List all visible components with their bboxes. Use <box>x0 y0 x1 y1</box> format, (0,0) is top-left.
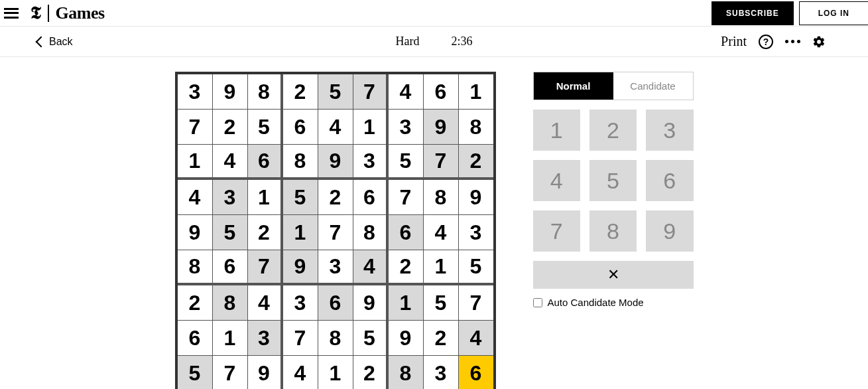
auto-candidate-checkbox[interactable] <box>533 298 542 307</box>
sudoku-cell[interactable]: 6 <box>283 110 318 144</box>
sudoku-cell[interactable]: 2 <box>318 180 353 214</box>
numpad-key-5[interactable]: 5 <box>589 160 637 201</box>
sudoku-cell[interactable]: 5 <box>353 321 388 355</box>
sudoku-cell[interactable]: 3 <box>424 356 458 389</box>
sudoku-cell[interactable]: 6 <box>424 74 458 109</box>
sudoku-cell[interactable]: 9 <box>389 321 423 355</box>
sudoku-cell[interactable]: 1 <box>213 321 247 355</box>
numpad-key-9[interactable]: 9 <box>646 210 693 252</box>
sudoku-cell[interactable]: 6 <box>248 145 282 179</box>
numpad-key-4[interactable]: 4 <box>533 160 580 201</box>
sudoku-cell[interactable]: 6 <box>318 285 353 320</box>
numpad-key-1[interactable]: 1 <box>533 110 580 151</box>
sudoku-cell[interactable]: 2 <box>283 74 318 109</box>
sudoku-cell[interactable]: 7 <box>248 250 282 285</box>
sudoku-cell[interactable]: 8 <box>318 321 353 355</box>
sudoku-cell[interactable]: 2 <box>248 215 282 250</box>
sudoku-cell[interactable]: 6 <box>459 356 493 389</box>
back-button[interactable]: Back <box>37 36 73 48</box>
sudoku-cell[interactable]: 1 <box>424 250 458 285</box>
brand-logo[interactable]: 𝕿 Games <box>31 3 105 23</box>
menu-icon[interactable] <box>4 6 19 21</box>
sudoku-cell[interactable]: 5 <box>389 145 423 179</box>
help-button[interactable]: ? <box>759 35 773 49</box>
erase-button[interactable]: ✕ <box>533 261 694 289</box>
sudoku-cell[interactable]: 4 <box>424 215 458 250</box>
sudoku-cell[interactable]: 7 <box>318 215 353 250</box>
sudoku-cell[interactable]: 1 <box>248 180 282 214</box>
subscribe-button[interactable]: SUBSCRIBE <box>712 1 794 25</box>
sudoku-cell[interactable]: 7 <box>213 356 247 389</box>
sudoku-cell[interactable]: 5 <box>213 215 247 250</box>
login-button[interactable]: LOG IN <box>799 1 868 25</box>
sudoku-cell[interactable]: 9 <box>353 285 388 320</box>
settings-button[interactable] <box>812 35 826 48</box>
sudoku-cell[interactable]: 7 <box>353 74 388 109</box>
sudoku-cell[interactable]: 2 <box>213 110 247 144</box>
more-button[interactable] <box>785 40 800 43</box>
sudoku-cell[interactable]: 6 <box>353 180 388 214</box>
sudoku-cell[interactable]: 3 <box>318 250 353 285</box>
sudoku-cell[interactable]: 4 <box>178 180 212 214</box>
sudoku-cell[interactable]: 2 <box>424 321 458 355</box>
sudoku-cell[interactable]: 8 <box>178 250 212 285</box>
sudoku-cell[interactable]: 9 <box>283 250 318 285</box>
sudoku-cell[interactable]: 5 <box>283 180 318 214</box>
sudoku-cell[interactable]: 7 <box>459 285 493 320</box>
numpad-key-7[interactable]: 7 <box>533 210 580 252</box>
sudoku-cell[interactable]: 3 <box>178 74 212 109</box>
sudoku-cell[interactable]: 6 <box>213 250 247 285</box>
print-button[interactable]: Print <box>721 34 747 49</box>
sudoku-cell[interactable]: 9 <box>213 74 247 109</box>
numpad-key-2[interactable]: 2 <box>589 110 637 151</box>
sudoku-cell[interactable]: 8 <box>248 74 282 109</box>
sudoku-cell[interactable]: 2 <box>178 285 212 320</box>
sudoku-cell[interactable]: 9 <box>459 180 493 214</box>
sudoku-cell[interactable]: 9 <box>248 356 282 389</box>
sudoku-cell[interactable]: 3 <box>283 285 318 320</box>
sudoku-cell[interactable]: 9 <box>424 110 458 144</box>
sudoku-cell[interactable]: 4 <box>459 321 493 355</box>
sudoku-cell[interactable]: 7 <box>283 321 318 355</box>
sudoku-cell[interactable]: 8 <box>459 110 493 144</box>
sudoku-cell[interactable]: 2 <box>389 250 423 285</box>
sudoku-cell[interactable]: 1 <box>283 215 318 250</box>
sudoku-cell[interactable]: 3 <box>389 110 423 144</box>
sudoku-cell[interactable]: 4 <box>353 250 388 285</box>
sudoku-cell[interactable]: 2 <box>353 356 388 389</box>
sudoku-cell[interactable]: 3 <box>213 180 247 214</box>
sudoku-cell[interactable]: 5 <box>318 74 353 109</box>
sudoku-cell[interactable]: 1 <box>389 285 423 320</box>
sudoku-cell[interactable]: 3 <box>353 145 388 179</box>
sudoku-cell[interactable]: 8 <box>353 215 388 250</box>
sudoku-cell[interactable]: 1 <box>353 110 388 144</box>
numpad-key-6[interactable]: 6 <box>646 160 693 201</box>
sudoku-cell[interactable]: 7 <box>389 180 423 214</box>
sudoku-cell[interactable]: 4 <box>389 74 423 109</box>
numpad-key-8[interactable]: 8 <box>589 210 637 252</box>
sudoku-cell[interactable]: 3 <box>248 321 282 355</box>
sudoku-cell[interactable]: 6 <box>389 215 423 250</box>
sudoku-cell[interactable]: 8 <box>389 356 423 389</box>
sudoku-cell[interactable]: 1 <box>459 74 493 109</box>
tab-candidate[interactable]: Candidate <box>613 72 693 100</box>
sudoku-cell[interactable]: 4 <box>213 145 247 179</box>
sudoku-cell[interactable]: 8 <box>213 285 247 320</box>
tab-normal[interactable]: Normal <box>534 72 613 100</box>
sudoku-cell[interactable]: 5 <box>248 110 282 144</box>
sudoku-cell[interactable]: 5 <box>424 285 458 320</box>
auto-candidate-row[interactable]: Auto Candidate Mode <box>533 297 694 308</box>
sudoku-cell[interactable]: 3 <box>459 215 493 250</box>
numpad-key-3[interactable]: 3 <box>646 110 693 151</box>
sudoku-cell[interactable]: 4 <box>248 285 282 320</box>
sudoku-cell[interactable]: 9 <box>178 215 212 250</box>
sudoku-cell[interactable]: 4 <box>318 110 353 144</box>
sudoku-cell[interactable]: 4 <box>283 356 318 389</box>
sudoku-cell[interactable]: 8 <box>424 180 458 214</box>
sudoku-cell[interactable]: 6 <box>178 321 212 355</box>
sudoku-cell[interactable]: 9 <box>318 145 353 179</box>
sudoku-cell[interactable]: 8 <box>283 145 318 179</box>
sudoku-cell[interactable]: 7 <box>424 145 458 179</box>
sudoku-cell[interactable]: 5 <box>178 356 212 389</box>
sudoku-cell[interactable]: 5 <box>459 250 493 285</box>
